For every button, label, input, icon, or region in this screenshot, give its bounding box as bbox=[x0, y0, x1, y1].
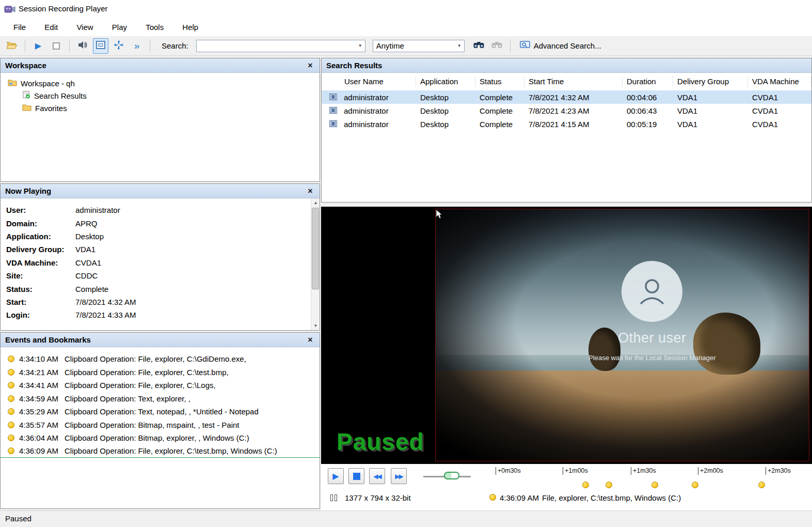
chevron-down-icon[interactable]: ▼ bbox=[455, 43, 464, 48]
frame-toggle-button[interactable] bbox=[93, 38, 108, 54]
cell-duration: 00:05:19 bbox=[623, 120, 673, 129]
now-playing-scrollbar[interactable]: ▲ ▼ bbox=[311, 198, 320, 330]
column-header-delivery-group[interactable]: Delivery Group bbox=[673, 76, 748, 87]
event-marker-icon[interactable] bbox=[606, 482, 612, 488]
chevron-down-icon[interactable]: ▼ bbox=[356, 43, 365, 48]
event-marker-icon[interactable] bbox=[651, 482, 658, 488]
find-next-icon bbox=[491, 41, 502, 50]
advanced-search-button[interactable]: Advanced Search... bbox=[516, 39, 606, 52]
search-input[interactable] bbox=[197, 41, 356, 51]
event-item[interactable]: 4:35:57 AMClipboard Operation: Bitmap, m… bbox=[1, 419, 320, 432]
stop-toolbar-button[interactable] bbox=[49, 38, 64, 54]
timeline-label: +2m30s bbox=[766, 467, 791, 475]
open-file-button[interactable] bbox=[4, 38, 20, 54]
search-label: Search: bbox=[162, 41, 188, 50]
stop-button[interactable] bbox=[348, 468, 364, 484]
event-marker-icon[interactable] bbox=[758, 482, 765, 488]
event-marker-icon bbox=[8, 395, 14, 402]
session-recording-player-window: Session Recording Player File Edit View … bbox=[0, 0, 812, 527]
field-label: VDA Machine: bbox=[6, 258, 75, 267]
field-row: Application:Desktop bbox=[1, 230, 310, 243]
chevrons-icon: » bbox=[134, 40, 140, 52]
table-row[interactable]: administrator Desktop Complete 7/8/2021 … bbox=[322, 117, 811, 131]
event-time: 4:36:09 AM bbox=[19, 446, 62, 455]
cell-start-time: 7/8/2021 4:23 AM bbox=[524, 106, 623, 115]
rewind-button[interactable]: ◀◀ bbox=[369, 468, 385, 484]
tree-item-favorites[interactable]: Favorites bbox=[1, 102, 320, 114]
event-text: Clipboard Operation: Text, notepad, , *U… bbox=[65, 407, 259, 416]
menu-edit[interactable]: Edit bbox=[36, 19, 66, 36]
column-header-status[interactable]: Status bbox=[475, 76, 524, 87]
event-item[interactable]: 4:34:10 AMClipboard Operation: File, exp… bbox=[1, 352, 320, 366]
close-icon[interactable]: × bbox=[306, 187, 315, 196]
event-item[interactable]: 4:35:29 AMClipboard Operation: Text, not… bbox=[1, 405, 320, 419]
event-item[interactable]: 4:34:21 AMClipboard Operation: File, exp… bbox=[1, 366, 320, 379]
table-row[interactable]: administrator Desktop Complete 7/8/2021 … bbox=[322, 90, 811, 104]
tree-item-workspace-root[interactable]: Workspace - qh bbox=[1, 77, 320, 89]
cell-start-time: 7/8/2021 4:15 AM bbox=[524, 120, 623, 129]
cell-application: Desktop bbox=[416, 93, 475, 102]
play-button[interactable]: ▶ bbox=[328, 468, 344, 484]
event-marker-icon bbox=[8, 408, 14, 415]
menu-view[interactable]: View bbox=[68, 19, 101, 36]
play-icon: ▶ bbox=[332, 471, 339, 481]
event-time: 4:35:57 AM bbox=[19, 421, 62, 429]
find-next-button[interactable] bbox=[489, 38, 505, 54]
event-marker-icon[interactable] bbox=[692, 482, 698, 488]
session-video-frame: Other user Please wait for the Local Ses… bbox=[435, 209, 809, 461]
close-icon[interactable]: × bbox=[306, 335, 315, 345]
field-value: Complete bbox=[75, 285, 108, 293]
pan-button[interactable] bbox=[111, 38, 126, 54]
now-playing-fields: User:administrator Domain:APRQ Applicati… bbox=[1, 198, 310, 330]
menu-file[interactable]: File bbox=[5, 19, 34, 36]
speed-slider-handle[interactable] bbox=[444, 472, 459, 479]
current-event-time: 4:36:09 AM bbox=[500, 493, 539, 502]
now-playing-title: Now Playing bbox=[5, 187, 51, 195]
app-icon bbox=[4, 4, 15, 16]
table-row[interactable]: administrator Desktop Complete 7/8/2021 … bbox=[322, 104, 811, 117]
menu-help[interactable]: Help bbox=[174, 19, 206, 36]
find-button[interactable] bbox=[471, 38, 487, 54]
event-marker-icon[interactable] bbox=[582, 482, 589, 488]
scroll-up-icon[interactable]: ▲ bbox=[311, 198, 320, 207]
field-row: Status:Complete bbox=[1, 282, 310, 295]
timeline-label: +1m30s bbox=[631, 467, 656, 475]
field-label: Login: bbox=[6, 311, 75, 319]
search-combobox[interactable]: ▼ bbox=[196, 40, 365, 52]
column-header-start-time[interactable]: Start Time bbox=[524, 76, 623, 87]
workspace-tree: Workspace - qh Search Results Favorites bbox=[1, 73, 320, 114]
tree-item-label: Search Results bbox=[34, 91, 87, 100]
column-header-application[interactable]: Application bbox=[416, 76, 475, 87]
column-header-user-name[interactable]: User Name bbox=[322, 76, 416, 87]
play-toolbar-button[interactable]: ▶ bbox=[30, 38, 46, 54]
more-tools-button[interactable]: » bbox=[129, 38, 145, 54]
event-item[interactable]: 4:34:41 AMClipboard Operation: File, exp… bbox=[1, 379, 320, 392]
toolbar: ▶ » Search: ▼ Anytime ▼ bbox=[0, 36, 812, 56]
menu-play[interactable]: Play bbox=[104, 19, 135, 36]
event-item[interactable]: 4:36:04 AMClipboard Operation: Bitmap, e… bbox=[1, 431, 320, 445]
workspace-panel: Workspace × Workspace - qh Search Result… bbox=[0, 58, 320, 182]
events-list: 4:34:10 AMClipboard Operation: File, exp… bbox=[1, 347, 320, 458]
fast-forward-icon: ▶▶ bbox=[395, 473, 402, 480]
menu-tools[interactable]: Tools bbox=[137, 19, 172, 36]
scroll-down-icon[interactable]: ▼ bbox=[311, 321, 320, 330]
tree-item-search-results[interactable]: Search Results bbox=[1, 89, 320, 102]
folder-icon bbox=[22, 104, 31, 113]
cell-status: Complete bbox=[475, 93, 524, 102]
event-item-current[interactable]: 4:36:09 AMClipboard Operation: File, exp… bbox=[1, 445, 320, 458]
time-filter-dropdown[interactable]: Anytime ▼ bbox=[373, 40, 465, 52]
event-text: Clipboard Operation: File, explorer, C:\… bbox=[65, 381, 216, 390]
field-row: Login:7/8/2021 4:33 AM bbox=[1, 308, 310, 321]
field-value: administrator bbox=[75, 206, 120, 214]
field-label: Site: bbox=[6, 271, 75, 280]
cell-user: administrator bbox=[344, 106, 389, 115]
column-header-duration[interactable]: Duration bbox=[623, 76, 673, 87]
fast-forward-button[interactable]: ▶▶ bbox=[391, 468, 407, 484]
paused-overlay: Paused bbox=[337, 428, 424, 456]
event-item[interactable]: 4:34:59 AMClipboard Operation: Text, exp… bbox=[1, 392, 320, 406]
close-icon[interactable]: × bbox=[306, 61, 315, 70]
field-row: User:administrator bbox=[1, 204, 310, 216]
audio-toggle-button[interactable] bbox=[75, 38, 90, 54]
scrollbar-thumb[interactable] bbox=[312, 208, 319, 289]
column-header-vda-machine[interactable]: VDA Machine bbox=[748, 76, 811, 87]
